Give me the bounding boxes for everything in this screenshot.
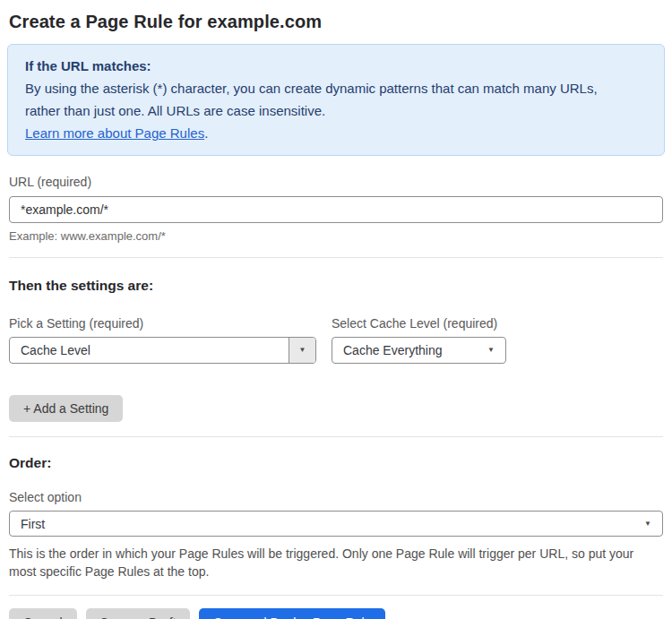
order-select-value: First — [10, 517, 644, 531]
cancel-button[interactable]: Cancel — [9, 608, 77, 619]
settings-row: Pick a Setting (required) Cache Level ▼ … — [9, 316, 663, 364]
order-select[interactable]: First ▼ — [9, 511, 663, 537]
url-example-helper: Example: www.example.com/* — [9, 229, 663, 243]
order-select-label: Select option — [9, 490, 663, 504]
chevron-down-icon: ▼ — [299, 347, 306, 354]
setting-picker-label: Pick a Setting (required) — [9, 316, 316, 331]
dropdown-arrow-wrap: ▼ — [644, 520, 662, 528]
cache-level-picker-column: Select Cache Level (required) Cache Ever… — [332, 316, 506, 364]
link-suffix: . — [204, 125, 208, 141]
learn-more-link[interactable]: Learn more about Page Rules — [25, 125, 204, 141]
info-heading: If the URL matches: — [25, 55, 647, 77]
cache-level-select[interactable]: Cache Everything ▼ — [332, 337, 506, 364]
order-helper-line-2: most specific Page Rules at the top. — [9, 563, 663, 580]
order-section-heading: Order: — [9, 455, 663, 471]
save-and-deploy-button[interactable]: Save and Deploy Page Rule — [199, 608, 385, 619]
order-helper-line-1: This is the order in which your Page Rul… — [9, 545, 663, 563]
settings-section-heading: Then the settings are: — [9, 278, 663, 294]
cache-level-value: Cache Everything — [332, 343, 487, 357]
divider — [9, 595, 663, 596]
url-input[interactable] — [9, 196, 663, 223]
setting-picker-value: Cache Level — [10, 343, 289, 357]
page-title: Create a Page Rule for example.com — [9, 11, 663, 32]
save-as-draft-button[interactable]: Save as Draft — [86, 608, 191, 619]
info-body-line-2: rather than just one. All URLs are case … — [25, 99, 647, 122]
divider — [9, 257, 663, 258]
cache-level-picker-label: Select Cache Level (required) — [332, 316, 506, 331]
add-setting-button[interactable]: + Add a Setting — [9, 395, 123, 422]
setting-picker-select[interactable]: Cache Level ▼ — [9, 337, 316, 364]
create-page-rule-form: Create a Page Rule for example.com If th… — [0, 0, 672, 619]
chevron-down-icon: ▼ — [487, 347, 495, 354]
order-helper-text: This is the order in which your Page Rul… — [9, 545, 663, 580]
dropdown-arrow-wrap: ▼ — [487, 347, 505, 354]
chevron-down-icon: ▼ — [644, 520, 651, 528]
info-body-line-1: By using the asterisk (*) character, you… — [25, 77, 647, 99]
url-field-label: URL (required) — [9, 175, 663, 189]
dropdown-arrow-button[interactable]: ▼ — [289, 338, 315, 363]
footer-actions: Cancel Save as Draft Save and Deploy Pag… — [9, 608, 663, 619]
divider — [9, 436, 663, 437]
info-link-line: Learn more about Page Rules. — [25, 122, 647, 144]
setting-picker-column: Pick a Setting (required) Cache Level ▼ — [9, 316, 316, 364]
url-match-info-callout: If the URL matches: By using the asteris… — [7, 44, 665, 156]
